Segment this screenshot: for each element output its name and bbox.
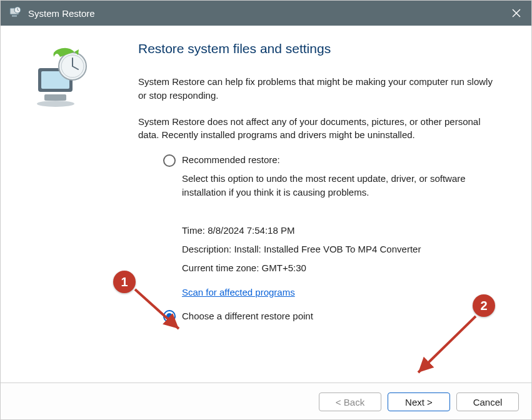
recommended-restore-option[interactable]: Recommended restore:	[163, 154, 494, 167]
system-restore-wizard-icon	[26, 44, 94, 113]
svg-rect-5	[44, 94, 66, 101]
back-button[interactable]: < Back	[319, 392, 381, 411]
recommended-restore-radio[interactable]	[163, 154, 176, 167]
titlebar: System Restore	[1, 1, 531, 26]
restore-point-info: Time: 8/8/2024 7:54:18 PM Description: I…	[182, 221, 494, 278]
intro-para-2: System Restore does not affect any of yo…	[138, 115, 494, 142]
restore-desc-value: Install: Installed Free VOB To MP4 Conve…	[234, 244, 421, 254]
system-restore-icon	[7, 6, 22, 21]
page-heading: Restore system files and settings	[138, 41, 494, 56]
intro-para-1: System Restore can help fix problems tha…	[138, 75, 494, 102]
svg-line-9	[135, 289, 179, 329]
restore-tz-value: GMT+5:30	[262, 262, 306, 273]
restore-tz-row: Current time zone: GMT+5:30	[182, 259, 494, 278]
restore-time-row: Time: 8/8/2024 7:54:18 PM	[182, 221, 494, 240]
wizard-footer: < Back Next > Cancel	[1, 382, 531, 420]
restore-desc-row: Description: Install: Installed Free VOB…	[182, 240, 494, 259]
close-button[interactable]	[501, 1, 531, 26]
svg-rect-1	[12, 15, 17, 17]
svg-line-10	[418, 316, 476, 372]
svg-point-6	[37, 101, 74, 107]
annotation-arrow-1	[129, 282, 191, 344]
next-button[interactable]: Next >	[388, 392, 450, 411]
system-restore-window: System Restore Restore system files and …	[0, 0, 532, 420]
scan-affected-programs-link[interactable]: Scan for affected programs	[182, 287, 295, 298]
recommended-restore-label: Recommended restore:	[182, 154, 280, 165]
cancel-button[interactable]: Cancel	[456, 392, 519, 411]
annotation-arrow-2	[407, 310, 488, 385]
choose-different-label: Choose a different restore point	[182, 311, 313, 321]
restore-time-value: 8/8/2024 7:54:18 PM	[208, 225, 294, 236]
wizard-sidebar	[1, 26, 119, 382]
close-icon	[512, 9, 521, 18]
window-title: System Restore	[28, 8, 501, 19]
restore-options-group: Recommended restore: Select this option …	[163, 154, 494, 322]
recommended-restore-desc: Select this option to undo the most rece…	[182, 172, 494, 199]
